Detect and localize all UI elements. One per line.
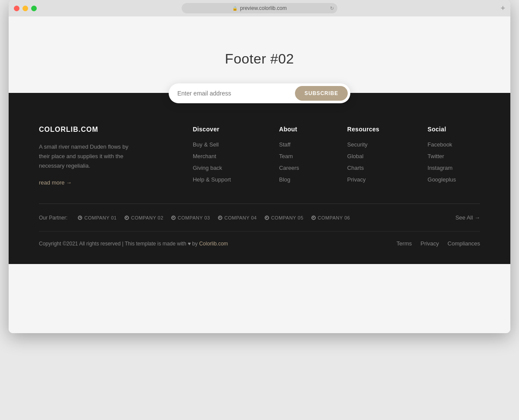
subscribe-form: SUBSCRIBE [169, 83, 350, 103]
col-title-discover: Discover [193, 126, 231, 133]
partner-name-4: COMPANY 04 [224, 215, 257, 220]
link-charts[interactable]: Charts [347, 165, 379, 171]
address-bar[interactable]: 🔒 preview.colorlib.com ↻ [182, 3, 337, 13]
partner-name-2: COMPANY 02 [131, 215, 163, 220]
link-giving-back[interactable]: Giving back [193, 165, 231, 171]
legal-link-terms[interactable]: Terms [397, 240, 412, 247]
link-instagram[interactable]: Instagram [428, 165, 456, 171]
link-buy-sell[interactable]: Buy & Sell [193, 141, 231, 148]
link-twitter[interactable]: Twitter [428, 153, 456, 159]
partner-dot-icon-6 [311, 216, 316, 220]
read-more-link[interactable]: read more → [39, 179, 72, 186]
footer-col-about: About Staff Team Careers Blog [279, 126, 299, 186]
footer-bottom: Copyright ©2021 All rights reserved | Th… [39, 240, 480, 247]
subscribe-bar: SUBSCRIBE [9, 93, 510, 113]
partners-list: COMPANY 01 COMPANY 02 COMPANY 03 COMPANY… [78, 215, 455, 220]
maximize-button[interactable] [31, 6, 37, 11]
footer-col-discover: Discover Buy & Sell Merchant Giving back… [193, 126, 231, 186]
footer-divider2 [39, 231, 480, 232]
below-footer-area [9, 264, 510, 333]
col-title-resources: Resources [347, 126, 379, 133]
link-careers[interactable]: Careers [279, 165, 299, 171]
link-team[interactable]: Team [279, 153, 299, 159]
copyright-link[interactable]: Colorlib.com [199, 241, 228, 247]
minimize-button[interactable] [22, 6, 28, 11]
footer-main: COLORLIB.COM A small river named Duden f… [39, 113, 480, 204]
footer-brand: COLORLIB.COM A small river named Duden f… [39, 126, 169, 186]
social-links: Facebook Twitter Instagram Googleplus [428, 141, 456, 183]
link-merchant[interactable]: Merchant [193, 153, 231, 159]
partner-name-5: COMPANY 05 [271, 215, 304, 220]
traffic-lights [14, 6, 37, 11]
partner-dot-icon-2 [125, 216, 129, 220]
partner-dot-icon-3 [171, 216, 176, 220]
legal-link-compliances[interactable]: Compliances [448, 240, 480, 247]
link-facebook[interactable]: Facebook [428, 141, 456, 148]
title-bar: 🔒 preview.colorlib.com ↻ + [9, 0, 510, 16]
link-googleplus[interactable]: Googleplus [428, 176, 456, 183]
resources-links: Security Global Charts Privacy [347, 141, 379, 183]
partner-dot-icon-4 [218, 216, 222, 220]
url-text: preview.colorlib.com [240, 5, 287, 11]
link-global[interactable]: Global [347, 153, 379, 159]
partner-1: COMPANY 01 [78, 215, 117, 220]
footer-divider [39, 204, 480, 204]
link-staff[interactable]: Staff [279, 141, 299, 148]
link-help-support[interactable]: Help & Support [193, 176, 231, 183]
footer-col-resources: Resources Security Global Charts Privacy [347, 126, 379, 186]
footer-copyright: Copyright ©2021 All rights reserved | Th… [39, 241, 228, 247]
hero-section: Footer #02 [9, 16, 510, 93]
partner-dot-icon [78, 216, 82, 220]
see-all-link[interactable]: See All → [455, 214, 480, 221]
col-title-social: Social [428, 126, 456, 133]
about-links: Staff Team Careers Blog [279, 141, 299, 183]
partner-2: COMPANY 02 [125, 215, 163, 220]
lock-icon: 🔒 [232, 6, 237, 11]
page-content: Footer #02 SUBSCRIBE COLORLIB.COM A smal… [9, 16, 510, 333]
link-privacy-resources[interactable]: Privacy [347, 176, 379, 183]
hero-title: Footer #02 [225, 51, 294, 67]
partner-name-6: COMPANY 06 [318, 215, 350, 220]
partners-bar: Our Partner: COMPANY 01 COMPANY 02 COMPA… [39, 214, 480, 231]
partner-5: COMPANY 05 [265, 215, 304, 220]
brand-description: A small river named Duden flows by their… [39, 142, 134, 171]
link-security[interactable]: Security [347, 141, 379, 148]
footer: COLORLIB.COM A small river named Duden f… [9, 113, 510, 264]
partner-6: COMPANY 06 [311, 215, 350, 220]
col-title-about: About [279, 126, 299, 133]
footer-columns: Discover Buy & Sell Merchant Giving back… [169, 126, 480, 186]
browser-window: 🔒 preview.colorlib.com ↻ + Footer #02 SU… [9, 0, 510, 333]
subscribe-button[interactable]: SUBSCRIBE [295, 86, 348, 101]
close-button[interactable] [14, 6, 19, 11]
legal-link-privacy[interactable]: Privacy [420, 240, 439, 247]
partner-dot-icon-5 [265, 216, 269, 220]
discover-links: Buy & Sell Merchant Giving back Help & S… [193, 141, 231, 183]
partners-label: Our Partner: [39, 215, 67, 221]
partner-name-3: COMPANY 03 [178, 215, 210, 220]
footer-col-social: Social Facebook Twitter Instagram Google… [428, 126, 456, 186]
partner-3: COMPANY 03 [171, 215, 210, 220]
refresh-icon: ↻ [330, 6, 334, 11]
partner-4: COMPANY 04 [218, 215, 257, 220]
partner-name-1: COMPANY 01 [84, 215, 117, 220]
link-blog[interactable]: Blog [279, 176, 299, 183]
copyright-text: Copyright ©2021 All rights reserved | Th… [39, 241, 198, 247]
brand-name: COLORLIB.COM [39, 126, 169, 134]
footer-legal-links: Terms Privacy Compliances [397, 240, 480, 247]
email-input[interactable] [177, 90, 295, 97]
new-tab-button[interactable]: + [500, 4, 505, 12]
